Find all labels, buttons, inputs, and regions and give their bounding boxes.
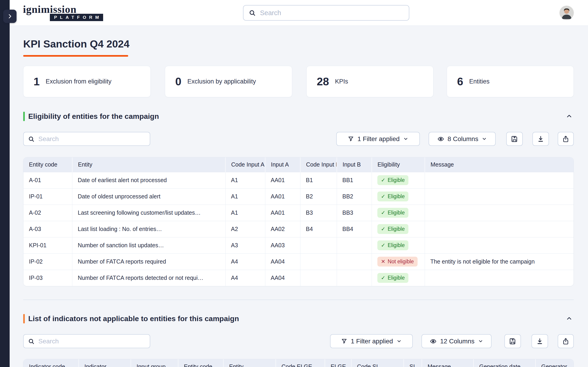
cell-input-b [337,270,372,286]
cell-entity-code: IP-03 [23,270,72,286]
eligibility-filter-button[interactable]: 1 Filter applied [336,132,420,146]
check-icon: ✓ [381,177,385,183]
stat-value: 6 [457,75,463,88]
cell-message [425,172,573,188]
indicators-download-button[interactable] [531,334,548,348]
cell-code-input-a: A1 [225,205,265,221]
check-icon: ✓ [381,226,385,232]
cell-entity: Last list loading : No. of entries… [72,221,225,237]
avatar-photo [560,6,574,20]
indicators-search[interactable] [23,334,150,348]
status-badge-eligible: ✓Eligible [377,175,408,185]
section-accent-bar-green [23,112,25,121]
table-row: KPI-01 Number of sanction list updates… … [23,237,573,253]
cell-entity-code: A-02 [23,205,72,221]
global-search-input[interactable] [260,9,404,17]
cell-eligibility: ✓Eligible [372,221,425,237]
stat-value: 28 [317,75,329,88]
indicators-search-input[interactable] [38,338,146,345]
column-header-elge: ELGE [325,359,351,367]
indicators-columns-button[interactable]: 12 Columns [422,334,492,348]
cell-code-input-a: A2 [225,221,265,237]
cell-code-input-b: B3 [300,205,337,221]
cell-input-b: BB1 [337,172,372,188]
indicators-save-view-button[interactable] [504,334,521,348]
indicators-collapse-button[interactable] [564,313,574,323]
status-badge-eligible: ✓Eligible [377,240,408,250]
indicators-share-button[interactable] [558,334,574,348]
eligibility-collapse-button[interactable] [564,111,574,121]
eye-icon [430,338,437,345]
indicators-table: Indicator code Indicator Input group Ent… [23,359,574,367]
section-accent-bar-orange [23,314,25,323]
table-row: A-03 Last list loading : No. of entries…… [23,221,573,237]
indicators-table-header: Indicator code Indicator Input group Ent… [23,359,573,367]
sidebar-expand-button[interactable] [3,10,17,23]
eligibility-save-view-button[interactable] [506,132,523,146]
column-header-generation-date: Generation date [473,359,536,367]
cell-input-a: AA01 [265,172,300,188]
eligibility-share-button[interactable] [558,132,574,146]
cell-entity-code: A-01 [23,172,72,188]
status-badge-eligible: ✓Eligible [377,208,408,218]
filter-funnel-icon [348,136,354,142]
stat-card-exclusion-applicability: 0 Exclusion by applicability [165,66,292,97]
cell-entity: Date of earliest alert not processed [72,172,225,188]
eligibility-search[interactable] [23,132,150,146]
column-header-code-elge: Code ELGE [276,359,325,367]
cell-input-b: BB2 [337,188,372,205]
table-row: A-02 Last screening following customer/l… [23,205,573,221]
filter-button-label: 1 Filter applied [351,338,393,345]
eligibility-columns-button[interactable]: 8 Columns [429,132,496,146]
cell-code-input-b: B4 [300,221,337,237]
user-avatar[interactable] [560,6,574,20]
chevron-down-icon [482,136,487,142]
column-header-input-group: Input group [131,359,178,367]
chevron-down-icon [397,339,402,344]
column-header-entity-code: Entity code [178,359,223,367]
eligibility-section-title: Eligibility of entities for the campaign [28,112,159,121]
cell-entity: Number of FATCA reports detected or not … [72,270,225,286]
cell-input-b: BB3 [337,205,372,221]
title-underline [23,55,128,57]
status-badge-eligible: ✓Eligible [377,273,408,283]
indicators-filter-button[interactable]: 1 Filter applied [330,334,413,348]
cell-code-input-a: A1 [225,172,265,188]
eligibility-download-button[interactable] [532,132,549,146]
cell-code-input-a: A4 [225,253,265,270]
status-badge-eligible: ✓Eligible [377,192,408,201]
save-icon [511,135,518,143]
eligibility-table: Entity code Entity Code Input A Input A … [23,157,574,286]
chevron-up-icon [566,315,573,322]
cell-eligibility: ✕Not eligible [372,253,425,270]
check-icon: ✓ [381,275,385,281]
cell-message [425,188,573,205]
stat-card-entities: 6 Entities [447,66,574,97]
cell-entity-code: KPI-01 [23,237,72,253]
brand-logo[interactable]: ignimission PLATFORM [23,3,106,23]
stat-label: Exclusion from eligibility [46,78,112,85]
stat-label: Entities [469,78,490,85]
stat-value: 0 [175,75,182,88]
status-badge-not-eligible: ✕Not eligible [377,257,418,267]
column-header-entity: Entity [223,359,276,367]
brand-product: PLATFORM [50,14,103,21]
column-header-code-si: Code SI [351,359,404,367]
cell-entity-code: IP-02 [23,253,72,270]
cell-message [425,270,573,286]
column-header-generator: Generator [536,359,573,367]
column-header-code-input-a: Code Input A [225,157,265,172]
sidebar [0,0,10,367]
table-row: IP-01 Date of oldest unprocessed alert A… [23,188,573,205]
column-header-input-b: Input B [337,157,372,172]
cell-input-a: AA01 [265,205,300,221]
columns-button-label: 12 Columns [440,338,474,345]
column-header-entity: Entity [72,157,225,172]
indicators-section-title: List of indicators not applicable to ent… [28,315,239,323]
cell-input-a: AA01 [265,188,300,205]
eligibility-search-input[interactable] [38,135,146,143]
column-header-entity-code: Entity code [23,157,72,172]
cell-eligibility: ✓Eligible [372,172,425,188]
check-icon: ✓ [381,242,385,248]
global-search[interactable] [243,5,409,21]
